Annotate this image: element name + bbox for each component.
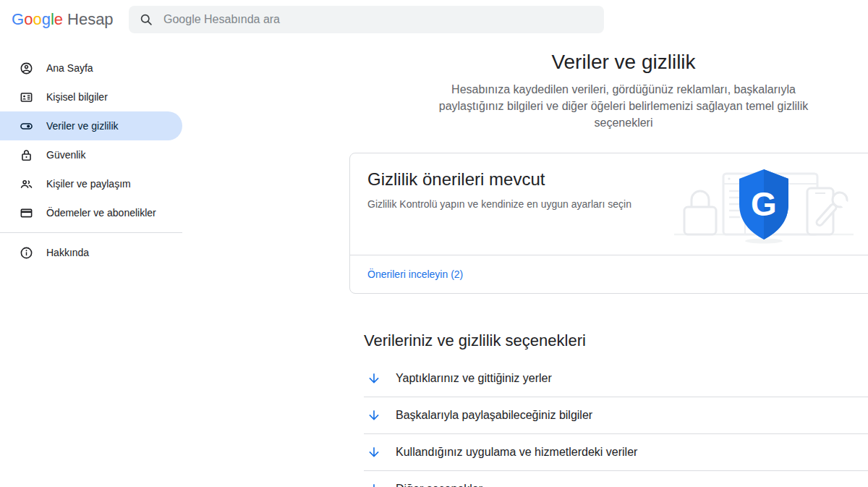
sidebar-item-odemeler-ve-abonelikler[interactable]: Ödemeler ve abonelikler bbox=[0, 198, 182, 227]
options-section-heading: Verileriniz ve gizlilik seçenekleri bbox=[364, 331, 868, 350]
sidebar-item-kisiler-ve-paylasim[interactable]: Kişiler ve paylaşım bbox=[0, 169, 182, 198]
header: Google Hesap bbox=[0, 0, 868, 40]
privacy-shield-illustration: G bbox=[673, 159, 855, 250]
arrow-down-icon bbox=[367, 482, 381, 487]
logo-product-name: Hesap bbox=[67, 10, 114, 29]
people-icon bbox=[19, 177, 33, 191]
lock-icon bbox=[19, 148, 33, 162]
option-label: Yaptıklarınız ve gittiğiniz yerler bbox=[396, 372, 552, 385]
option-label: Kullandığınız uygulama ve hizmetlerdeki … bbox=[396, 446, 637, 459]
sidebar-item-ana-sayfa[interactable]: Ana Sayfa bbox=[0, 54, 182, 82]
option-label: Diğer seçenekler bbox=[396, 483, 482, 487]
account-search-bar[interactable] bbox=[129, 6, 604, 33]
google-account-logo[interactable]: Google Hesap bbox=[12, 10, 114, 29]
toggle-icon bbox=[19, 119, 33, 133]
option-row-info-shared[interactable]: Başkalarıyla paylaşabileceğiniz bilgiler bbox=[364, 397, 868, 434]
sidebar-item-guvenlik[interactable]: Güvenlik bbox=[0, 140, 182, 169]
options-list: Yaptıklarınız ve gittiğiniz yerler Başka… bbox=[364, 360, 868, 487]
privacy-suggestions-card-body: Gizlilik önerileri mevcut Gizlilik Kontr… bbox=[350, 153, 868, 255]
sidebar-item-label: Hakkında bbox=[46, 247, 89, 258]
sidebar-item-hakkinda[interactable]: Hakkında bbox=[0, 238, 182, 267]
review-suggestions-link[interactable]: Önerileri inceleyin (2) bbox=[367, 268, 463, 280]
search-input[interactable] bbox=[163, 13, 594, 26]
sidebar-item-label: Kişisel bilgiler bbox=[46, 91, 108, 103]
info-icon bbox=[19, 245, 33, 260]
sidebar-nav: Ana Sayfa Kişisel bilgiler Veriler ve gi… bbox=[0, 54, 182, 267]
arrow-down-icon bbox=[367, 371, 381, 386]
privacy-suggestions-card: Gizlilik önerileri mevcut Gizlilik Kontr… bbox=[349, 153, 868, 294]
credit-card-icon bbox=[19, 206, 33, 220]
page-title: Veriler ve gizlilik bbox=[349, 51, 868, 74]
account-circle-icon bbox=[19, 61, 33, 75]
arrow-down-icon bbox=[367, 445, 381, 460]
sidebar-item-veriler-ve-gizlilik[interactable]: Veriler ve gizlilik bbox=[0, 111, 182, 140]
sidebar-item-kisisel-bilgiler[interactable]: Kişisel bilgiler bbox=[0, 82, 182, 111]
svg-text:G: G bbox=[751, 185, 777, 223]
option-row-apps-services-data[interactable]: Kullandığınız uygulama ve hizmetlerdeki … bbox=[364, 434, 868, 471]
privacy-card-footer: Önerileri inceleyin (2) bbox=[350, 255, 868, 293]
search-icon[interactable] bbox=[139, 12, 153, 27]
page-subtitle: Hesabınıza kaydedilen verileri, gördüğün… bbox=[417, 81, 830, 131]
option-row-activity-places[interactable]: Yaptıklarınız ve gittiğiniz yerler bbox=[364, 360, 868, 397]
google-logo-wordmark: Google bbox=[12, 10, 63, 29]
privacy-options-section: Verileriniz ve gizlilik seçenekleri Yapt… bbox=[349, 331, 868, 487]
option-row-more-options[interactable]: Diğer seçenekler bbox=[364, 471, 868, 487]
sidebar-item-label: Ana Sayfa bbox=[46, 62, 93, 74]
main-content: Veriler ve gizlilik Hesabınıza kaydedile… bbox=[349, 51, 868, 487]
sidebar-item-label: Veriler ve gizlilik bbox=[46, 120, 119, 132]
sidebar-item-label: Kişiler ve paylaşım bbox=[46, 178, 131, 190]
sidebar-item-label: Ödemeler ve abonelikler bbox=[46, 207, 156, 219]
sidebar-item-label: Güvenlik bbox=[46, 149, 85, 161]
arrow-down-icon bbox=[367, 408, 381, 423]
contact-card-icon bbox=[19, 90, 33, 104]
option-label: Başkalarıyla paylaşabileceğiniz bilgiler bbox=[396, 409, 592, 422]
sidebar-divider bbox=[0, 232, 182, 233]
